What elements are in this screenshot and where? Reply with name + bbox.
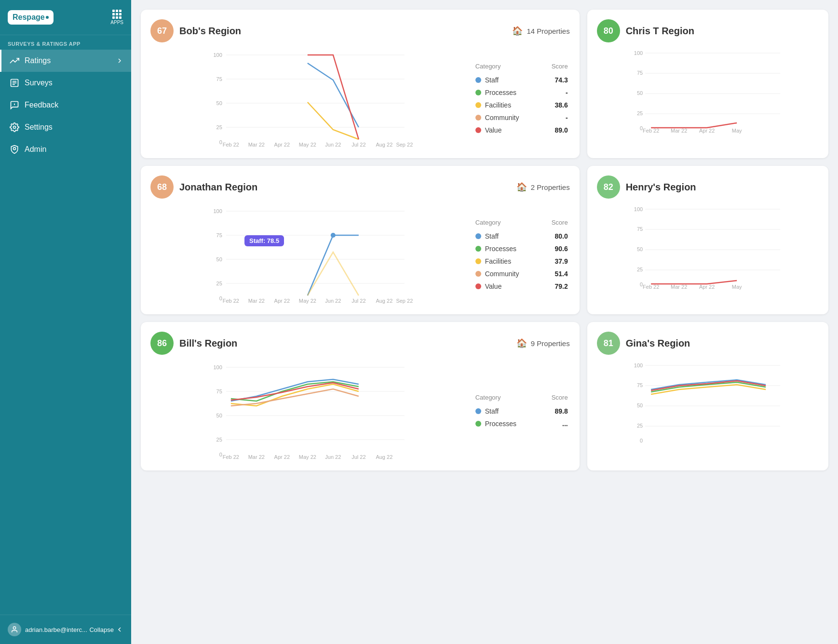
svg-text:Sep 22: Sep 22 xyxy=(396,298,413,304)
christ-header-left: 80 Chris T Region xyxy=(597,19,694,42)
svg-text:25: 25 xyxy=(637,423,643,429)
settings-label: Settings xyxy=(25,123,53,132)
svg-text:50: 50 xyxy=(637,246,643,252)
bobs-header-left: 67 Bob's Region xyxy=(150,19,241,42)
apps-button[interactable]: APPS xyxy=(110,10,123,25)
bills-prop-count: 9 Properties xyxy=(531,339,570,348)
row-2: 68 Jonathan Region 🏠 2 Properties Staff:… xyxy=(141,166,828,314)
sidebar-item-feedback[interactable]: Feedback xyxy=(0,94,131,116)
b-category-col: Category xyxy=(475,394,539,401)
ginas-chart-area: 100 75 50 25 0 xyxy=(597,361,819,449)
svg-text:May: May xyxy=(731,128,742,134)
j-legend-community: Community 51.4 xyxy=(473,268,570,280)
house-icon-2: 🏠 xyxy=(516,182,527,192)
b-score-col: Score xyxy=(539,394,568,401)
logo-text: Respage xyxy=(13,13,45,22)
sidebar-item-admin[interactable]: Admin xyxy=(0,138,131,161)
collapse-label: Collapse xyxy=(89,626,114,633)
jonathan-header-left: 68 Jonathan Region xyxy=(150,175,257,199)
j-legend-facilities: Facilities 37.9 xyxy=(473,255,570,268)
svg-text:Apr 22: Apr 22 xyxy=(699,128,715,134)
j-legend-value: Value 79.2 xyxy=(473,280,570,293)
bills-region-name: Bill's Region xyxy=(179,338,237,349)
svg-text:100: 100 xyxy=(213,52,222,58)
surveys-label: Surveys xyxy=(25,79,53,87)
collapse-button[interactable]: Collapse xyxy=(89,626,123,633)
jonathan-region-card: 68 Jonathan Region 🏠 2 Properties Staff:… xyxy=(141,166,580,314)
bobs-legend: Category Score Staff 74.3 Processes - Fa… xyxy=(473,50,570,148)
svg-text:Jul 22: Jul 22 xyxy=(351,142,365,148)
svg-text:100: 100 xyxy=(634,206,642,212)
henrys-score: 82 xyxy=(604,182,613,192)
j-score-col: Score xyxy=(539,219,568,226)
christ-card-header: 80 Chris T Region xyxy=(597,19,819,42)
chevron-right-icon xyxy=(116,57,123,65)
ginas-region-card: 81 Gina's Region 100 75 50 25 0 xyxy=(587,322,828,470)
b-legend-staff: Staff 89.8 xyxy=(473,405,570,417)
svg-text:100: 100 xyxy=(213,208,222,214)
apps-grid-icon xyxy=(112,10,122,19)
main-content: 67 Bob's Region 🏠 14 Properties xyxy=(131,0,838,644)
j-legend-processes: Processes 90.6 xyxy=(473,242,570,255)
bills-region-card: 86 Bill's Region 🏠 9 Properties 1 xyxy=(141,322,580,470)
sidebar-item-ratings[interactable]: Ratings xyxy=(0,50,131,72)
ginas-score-badge: 81 xyxy=(597,332,620,355)
svg-text:25: 25 xyxy=(216,281,222,286)
bills-score-badge: 86 xyxy=(150,332,174,355)
svg-text:Apr 22: Apr 22 xyxy=(274,142,290,148)
bobs-card-header: 67 Bob's Region 🏠 14 Properties xyxy=(150,19,570,42)
christ-chart: 100 75 50 25 0 Feb 22 Mar 22 Apr 22 May xyxy=(597,48,819,135)
svg-text:Jun 22: Jun 22 xyxy=(325,298,341,304)
bills-chart: 100 75 50 25 0 Feb 22 Mar 22 Apr 22 May … xyxy=(150,362,466,459)
henrys-score-badge: 82 xyxy=(597,175,620,199)
logo[interactable]: Respage xyxy=(8,10,54,25)
bobs-score: 67 xyxy=(157,26,167,36)
svg-text:100: 100 xyxy=(634,50,642,56)
svg-text:May: May xyxy=(731,284,742,290)
user-info: adrian.barbe@interc... xyxy=(8,623,87,636)
bobs-region-card: 67 Bob's Region 🏠 14 Properties xyxy=(141,10,580,158)
svg-text:Aug 22: Aug 22 xyxy=(376,454,392,460)
svg-point-8 xyxy=(13,627,15,629)
bills-card-header: 86 Bill's Region 🏠 9 Properties xyxy=(150,332,570,355)
jonathan-card-body: Staff: 78.5 100 75 50 25 0 Feb 22 Mar 22 xyxy=(150,206,570,305)
user-email: adrian.barbe@interc... xyxy=(25,626,87,633)
svg-text:25: 25 xyxy=(216,124,222,130)
svg-text:Mar 22: Mar 22 xyxy=(671,128,687,134)
svg-text:Apr 22: Apr 22 xyxy=(699,284,715,290)
svg-text:May 22: May 22 xyxy=(299,454,316,460)
jonathan-legend: Category Score Staff 80.0 Processes 90.6… xyxy=(473,206,570,305)
svg-text:100: 100 xyxy=(213,364,222,370)
sidebar-item-settings[interactable]: Settings xyxy=(0,116,131,138)
svg-text:75: 75 xyxy=(216,76,222,82)
bobs-prop-count: 14 Properties xyxy=(527,27,569,35)
svg-text:25: 25 xyxy=(637,110,643,116)
row-3: 86 Bill's Region 🏠 9 Properties 1 xyxy=(141,322,828,470)
bobs-chart-area: 100 75 50 25 0 Feb 22 Mar 22 Apr 22 May … xyxy=(150,50,466,148)
svg-text:0: 0 xyxy=(219,139,222,145)
svg-text:Jun 22: Jun 22 xyxy=(325,454,341,460)
ginas-chart: 100 75 50 25 0 xyxy=(597,361,819,447)
row-1: 67 Bob's Region 🏠 14 Properties xyxy=(141,10,828,158)
jonathan-region-name: Jonathan Region xyxy=(179,182,257,193)
bobs-score-badge: 67 xyxy=(150,19,174,42)
svg-text:50: 50 xyxy=(637,402,643,408)
legend-staff: Staff 74.3 xyxy=(473,74,570,86)
svg-text:50: 50 xyxy=(216,413,222,418)
jonathan-legend-header: Category Score xyxy=(473,219,570,226)
svg-text:Jul 22: Jul 22 xyxy=(351,298,365,304)
legend-processes: Processes - xyxy=(473,86,570,99)
sidebar-item-surveys[interactable]: Surveys xyxy=(0,72,131,94)
settings-icon xyxy=(9,122,20,133)
svg-text:0: 0 xyxy=(640,438,643,443)
legend-header: Category Score xyxy=(473,63,570,70)
bobs-region-name: Bob's Region xyxy=(179,26,241,37)
christ-score: 80 xyxy=(604,26,613,36)
jonathan-card-header: 68 Jonathan Region 🏠 2 Properties xyxy=(150,175,570,199)
svg-text:Sep 22: Sep 22 xyxy=(396,142,413,148)
sidebar-header: Respage APPS xyxy=(0,0,131,35)
ginas-card-header: 81 Gina's Region xyxy=(597,332,819,355)
svg-text:Apr 22: Apr 22 xyxy=(274,298,290,304)
svg-text:Feb 22: Feb 22 xyxy=(223,454,239,460)
tooltip-staff: Staff: 78.5 xyxy=(244,235,284,246)
